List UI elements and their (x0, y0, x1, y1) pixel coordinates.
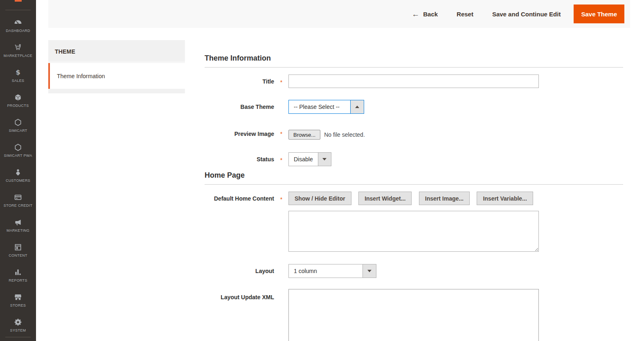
reports-icon (14, 268, 22, 277)
sidebar-item-store-credit[interactable]: STORE CREDIT (0, 187, 36, 212)
back-arrow-icon: ← (412, 10, 419, 18)
nav-item-theme-information[interactable]: Theme Information (48, 63, 185, 89)
sidebar-item-content[interactable]: CONTENT (0, 237, 36, 262)
status-label: Status (205, 152, 274, 166)
nav-item-label: Theme Information (57, 73, 105, 79)
sidebar-item-marketplace[interactable]: MARKETPLACE (0, 38, 36, 63)
magento-logo-icon[interactable] (15, 0, 22, 2)
back-button-label: Back (423, 11, 438, 18)
field-row-layout-update-xml: Layout Update XML (205, 289, 623, 341)
section-divider (205, 184, 623, 185)
section-title-home-page: Home Page (205, 171, 623, 179)
reset-button[interactable]: Reset (457, 11, 473, 18)
title-input[interactable] (288, 75, 539, 88)
default-home-content-textarea[interactable] (288, 211, 539, 252)
layout-update-xml-textarea[interactable] (288, 289, 539, 341)
sidebar-item-products[interactable]: PRODUCTS (0, 88, 36, 113)
simicart-pwa-icon (14, 143, 22, 152)
marketplace-icon (14, 43, 22, 52)
sidebar-item-label: CUSTOMERS (6, 178, 30, 183)
sidebar-item-reports[interactable]: REPORTS (0, 262, 36, 287)
field-row-preview-image: Preview Image * Browse... No file select… (205, 129, 623, 140)
admin-sidebar: DASHBOARDMARKETPLACE$SALESPRODUCTSSIMICA… (0, 0, 36, 341)
sidebar-item-dashboard[interactable]: DASHBOARD (0, 13, 36, 38)
dashboard-icon (14, 18, 22, 27)
page-actions-toolbar: ← Back Reset Save and Continue Edit Save… (48, 0, 630, 28)
required-marker-empty (274, 264, 288, 278)
system-icon (14, 318, 22, 327)
simicart-icon (14, 118, 22, 127)
required-marker: * (274, 75, 288, 88)
theme-panel-footer (48, 89, 185, 93)
sidebar-item-label: STORE CREDIT (4, 203, 32, 208)
theme-nav-panel: THEME Theme Information (48, 40, 185, 93)
sidebar-item-label: SALES (12, 79, 25, 83)
field-row-default-home-content: Default Home Content * Show / Hide Edito… (205, 192, 623, 252)
sidebar-item-label: MARKETPLACE (4, 54, 32, 58)
save-and-continue-button[interactable]: Save and Continue Edit (492, 11, 561, 18)
field-row-base-theme: Base Theme -- Please Select -- (205, 100, 623, 114)
sidebar-item-simicart[interactable]: SIMICART (0, 113, 36, 138)
field-row-status: Status * Disable (205, 152, 623, 166)
required-marker: * (274, 129, 288, 140)
theme-panel-title: THEME (48, 40, 185, 63)
select-arrow-down-icon[interactable] (318, 153, 331, 166)
sidebar-item-label: REPORTS (9, 278, 27, 282)
products-icon (14, 93, 22, 102)
sidebar-divider (5, 337, 31, 337)
sidebar-item-label: CONTENT (9, 253, 27, 257)
sidebar-item-label: SIMICART (9, 129, 27, 133)
sidebar-item-label: MARKETING (7, 228, 29, 233)
required-marker-empty (274, 289, 288, 341)
insert-variable-button[interactable]: Insert Variable... (477, 192, 533, 205)
sidebar-item-sales[interactable]: $SALES (0, 63, 36, 88)
save-and-continue-label: Save and Continue Edit (492, 11, 561, 18)
status-select[interactable]: Disable (288, 152, 331, 166)
required-marker: * (274, 192, 288, 252)
sidebar-item-customers[interactable]: CUSTOMERS (0, 163, 36, 187)
reset-button-label: Reset (457, 11, 473, 18)
insert-image-button[interactable]: Insert Image... (419, 192, 470, 205)
sidebar-divider (5, 10, 31, 10)
select-arrow-up-icon[interactable] (350, 100, 364, 113)
layout-select[interactable]: 1 column (288, 264, 376, 278)
base-theme-select[interactable]: -- Please Select -- (288, 100, 364, 114)
sidebar-item-simicart-pwa[interactable]: SIMICART PWA (0, 138, 36, 163)
save-theme-button[interactable]: Save Theme (574, 5, 624, 23)
sidebar-item-label: STORES (10, 303, 26, 307)
field-row-title: Title * (205, 75, 623, 88)
stores-icon (14, 293, 22, 302)
base-theme-selected-value: -- Please Select -- (289, 100, 350, 113)
sidebar-item-stores[interactable]: STORES (0, 287, 36, 312)
sales-icon: $ (14, 68, 22, 77)
content-icon (14, 243, 22, 252)
marketing-icon (14, 218, 22, 227)
back-button[interactable]: ← Back (412, 10, 438, 18)
status-selected-value: Disable (289, 153, 318, 166)
store-credit-icon (14, 193, 22, 202)
sidebar-item-label: DASHBOARD (6, 29, 30, 33)
required-marker: * (274, 152, 288, 166)
insert-widget-button[interactable]: Insert Widget... (358, 192, 412, 205)
preview-image-label: Preview Image (205, 129, 274, 140)
file-status-text: No file selected. (324, 131, 365, 138)
sidebar-item-label: PRODUCTS (7, 104, 29, 108)
field-row-layout: Layout 1 column (205, 264, 623, 278)
browse-button[interactable]: Browse... (288, 130, 320, 140)
layout-label: Layout (205, 264, 274, 278)
editor-buttons-row: Show / Hide Editor Insert Widget... Inse… (288, 192, 623, 205)
base-theme-label: Base Theme (205, 100, 274, 114)
sidebar-menu: DASHBOARDMARKETPLACE$SALESPRODUCTSSIMICA… (0, 13, 36, 337)
section-divider (205, 67, 623, 68)
sidebar-item-label: SYSTEM (10, 328, 26, 332)
layout-selected-value: 1 column (289, 264, 363, 278)
sidebar-item-marketing[interactable]: MARKETING (0, 212, 36, 237)
select-arrow-down-icon[interactable] (363, 264, 376, 278)
default-home-content-label: Default Home Content (205, 192, 274, 252)
show-hide-editor-button[interactable]: Show / Hide Editor (288, 192, 351, 205)
section-title-theme-information: Theme Information (205, 54, 623, 62)
required-marker-empty (274, 100, 288, 114)
theme-form: Theme Information Title * Base Theme -- … (205, 49, 623, 341)
sidebar-item-system[interactable]: SYSTEM (0, 312, 36, 337)
svg-text:$: $ (16, 68, 20, 76)
